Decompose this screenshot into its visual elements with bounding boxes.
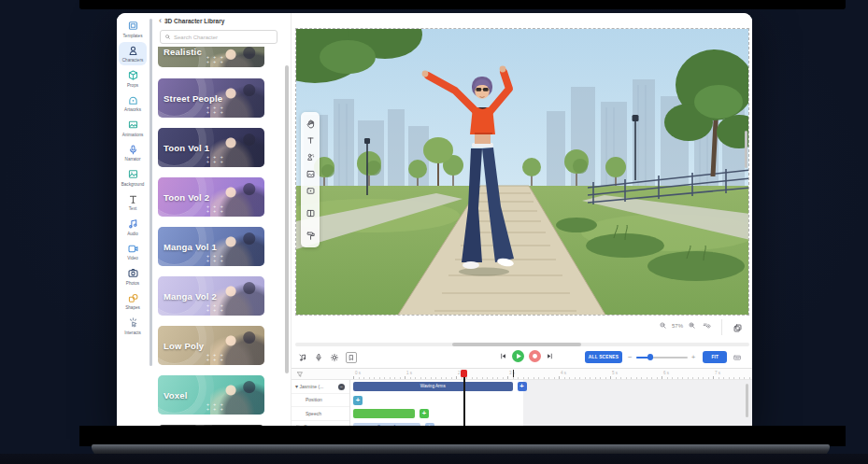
slider-thumb[interactable] [647,354,654,360]
sidebar-item-background[interactable]: Background [119,165,147,190]
playhead-line[interactable] [463,370,465,428]
sidebar-item-audio[interactable]: Audio [119,215,147,239]
search-box[interactable] [160,30,277,44]
character-tool[interactable] [306,152,316,162]
add-block-button[interactable]: + [518,382,527,391]
zoom-in-icon[interactable] [688,321,696,330]
timeline-block-waving-arms[interactable]: Waving Arms [353,382,513,391]
keyboard-shortcuts-icon[interactable] [733,353,742,362]
add-block-button[interactable]: + [420,409,429,418]
ruler-tick [441,377,442,380]
eye-off-icon[interactable] [701,321,713,330]
card-plus-decoration: + + + + + + [206,303,224,313]
ruler-tick [672,377,673,380]
bookmark-icon[interactable] [346,352,357,363]
sidebar-item-photos[interactable]: Photos [119,264,147,288]
character-card-voxel[interactable]: Voxel+ + + + + + [158,375,264,415]
back-chevron-icon[interactable]: ‹ [159,17,162,25]
ruler-tick [420,377,421,380]
sidebar-scrollbar[interactable] [149,19,152,366]
timeline-ruler[interactable]: 0 s1 s2 s3 s4 s5 s6 s7 s [350,369,752,380]
character-card-toon-vol-2[interactable]: Toon Vol 2+ + + + + + [158,177,264,217]
sidebar-item-video[interactable]: Video [119,240,147,264]
timeline-scrollbar[interactable] [746,384,749,417]
ruler-tick [456,376,457,380]
ruler-tick [667,377,668,380]
toolbar-separator [721,319,722,335]
mic-icon[interactable] [314,353,323,362]
minus-badge-icon[interactable]: − [338,384,345,390]
sidebar-item-label: Animations [122,133,144,137]
skip-end-icon[interactable] [546,352,554,360]
add-block-button[interactable]: + [353,396,363,405]
track-content-row-position: + [350,394,752,408]
character-card-manga-vol-1[interactable]: Manga Vol 1+ + + + + + [158,227,264,266]
character-card-manga-vol-2[interactable]: Manga Vol 2+ + + + + + [158,276,264,316]
timeline-zoom-slider[interactable] [636,351,688,363]
scene-preview[interactable] [295,28,749,316]
zoom-out-icon[interactable] [659,321,667,330]
sidebar-item-text[interactable]: Text [119,190,147,215]
ruler-tick [662,376,662,380]
laptop-top-bezel [79,0,846,9]
ruler-tick [492,377,493,380]
video-tool[interactable] [306,186,316,196]
ruler-tick [507,376,508,380]
horizontal-scrollbar-thumb[interactable] [452,343,581,346]
all-scenes-button[interactable]: ALL SCENES [585,351,622,363]
character-card-toon-vol-1[interactable]: Toon Vol 1+ + + + + + [158,128,264,167]
ruler-tick [651,377,652,380]
media-tools [298,352,357,363]
canvas-vertical-scrollbar[interactable] [745,131,747,168]
fit-button[interactable]: FIT [703,351,727,363]
pan-hand-tool[interactable] [306,119,316,129]
ruler-tick [353,376,354,380]
search-input[interactable] [174,35,273,40]
text-tool[interactable] [306,135,316,146]
play-button[interactable] [512,350,524,362]
sidebar-item-label: Text [129,206,136,211]
artworks-icon [127,94,139,106]
panel-header: ‹ 3D Character Library [159,17,224,25]
timeline-zoom-in[interactable]: + [691,354,696,361]
sidebar-item-label: Background [121,182,145,187]
sidebar-item-label: Artworks [124,107,141,112]
record-button[interactable] [529,350,541,362]
funnel-icon[interactable] [296,371,304,378]
music-note-icon[interactable] [298,353,307,362]
timeline-zoom-out[interactable]: − [628,354,633,361]
duplicate-scene-button[interactable] [729,320,746,335]
character-card-realistic[interactable]: Realistic+ + + + + + [158,47,264,67]
ruler-tick [359,377,360,380]
layout-tool[interactable] [306,208,316,218]
chevron-down-icon[interactable]: ▾ [295,383,298,389]
sidebar-item-props[interactable]: Props [119,66,147,91]
ruler-tick [733,377,734,380]
sidebar-item-animations[interactable]: Animations [119,116,147,140]
character-card-street-people[interactable]: Street People+ + + + + + [158,78,264,118]
timeline-block[interactable] [353,409,415,418]
ruler-tick [497,377,498,380]
ruler-tick [585,377,586,380]
paint-tool[interactable] [306,231,316,241]
sidebar-item-interacts[interactable]: Interacts [119,314,147,338]
photos-icon [127,267,139,279]
sidebar-item-templates[interactable]: Templates [119,17,147,41]
ruler-tick [400,377,401,380]
card-plus-decoration: + + + + + + [206,155,224,164]
ruler-tick [477,377,477,380]
track-content-row-speech: + [350,407,752,421]
image-tool[interactable] [306,169,316,179]
sun-icon[interactable] [330,353,339,362]
sidebar-item-characters[interactable]: Characters [119,42,147,66]
copy-icon [733,323,743,333]
sidebar-item-narrator[interactable]: Narrator [119,141,147,165]
sidebar-item-artworks[interactable]: Artworks [119,91,147,116]
sidebar-item-shapes[interactable]: Shapes [119,289,147,314]
track-label-row-speech: Speech [292,407,349,421]
playhead-marker[interactable] [461,370,467,377]
track-content: Waving Arms+++Camera 1+ [350,380,752,428]
panel-scrollbar[interactable] [285,65,289,373]
skip-start-icon[interactable] [499,352,507,360]
character-card-low-poly[interactable]: Low Poly+ + + + + + [158,326,264,365]
